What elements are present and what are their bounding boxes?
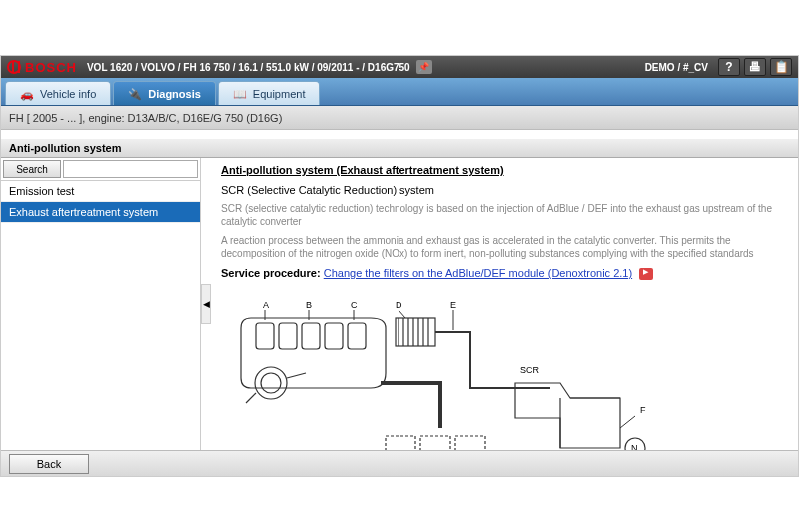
svg-text:B: B bbox=[306, 300, 312, 310]
svg-rect-17 bbox=[455, 436, 485, 450]
svg-text:N: N bbox=[631, 443, 638, 450]
svg-rect-4 bbox=[348, 323, 366, 349]
service-link[interactable]: Change the filters on the AdBlue/DEF mod… bbox=[324, 267, 632, 279]
scr-diagram: A B C D E F SCR DOC DPF SCR N bbox=[221, 288, 784, 450]
service-procedure: Service procedure: Change the filters on… bbox=[221, 267, 784, 280]
svg-line-35 bbox=[399, 310, 405, 318]
content-paragraph: SCR (selective catalytic reduction) tech… bbox=[221, 202, 784, 228]
svg-text:E: E bbox=[450, 300, 456, 310]
svg-rect-15 bbox=[386, 436, 415, 450]
tab-bar: 🚗Vehicle info 🔌Diagnosis 📖Equipment bbox=[1, 78, 798, 106]
sidebar: Search Emission test Exhaust aftertreatm… bbox=[1, 158, 201, 450]
diagnosis-icon: 🔌 bbox=[128, 88, 142, 100]
svg-text:C: C bbox=[351, 300, 358, 310]
svg-text:D: D bbox=[396, 300, 402, 310]
tab-vehicle-info[interactable]: 🚗Vehicle info bbox=[5, 81, 111, 105]
play-icon[interactable] bbox=[639, 268, 653, 280]
collapse-handle[interactable]: ◀ bbox=[201, 284, 211, 324]
content-title: Anti-pollution system (Exhaust aftertrea… bbox=[221, 164, 784, 176]
footer-bar: Back bbox=[1, 450, 798, 476]
service-label: Service procedure: bbox=[221, 267, 321, 279]
breadcrumb: VOL 1620 / VOLVO / FH 16 750 / 16.1 / 55… bbox=[87, 62, 410, 73]
svg-rect-1 bbox=[279, 323, 297, 349]
book-icon: 📖 bbox=[233, 88, 247, 100]
svg-point-5 bbox=[255, 367, 287, 399]
svg-text:F: F bbox=[640, 405, 646, 415]
pin-icon[interactable]: 📌 bbox=[416, 60, 432, 74]
content-pane: ◀ Anti-pollution system (Exhaust aftertr… bbox=[201, 158, 798, 450]
tab-label: Diagnosis bbox=[148, 88, 201, 100]
svg-rect-0 bbox=[256, 323, 274, 349]
section-title: Anti-pollution system bbox=[1, 138, 798, 158]
svg-rect-16 bbox=[420, 436, 450, 450]
content-subtitle: SCR (Selective Catalytic Reduction) syst… bbox=[221, 184, 784, 196]
svg-point-6 bbox=[261, 373, 281, 393]
svg-rect-7 bbox=[396, 318, 435, 346]
content-paragraph: A reaction process between the ammonia a… bbox=[221, 234, 784, 260]
svg-line-37 bbox=[620, 416, 635, 428]
search-input[interactable] bbox=[63, 160, 198, 178]
brand-text: BOSCH bbox=[25, 60, 77, 75]
tab-diagnosis[interactable]: 🔌Diagnosis bbox=[113, 81, 216, 105]
clipboard-button[interactable]: 📋 bbox=[770, 58, 792, 76]
tab-equipment[interactable]: 📖Equipment bbox=[218, 81, 321, 105]
search-button[interactable]: Search bbox=[3, 160, 61, 178]
print-button[interactable]: 🖶 bbox=[744, 58, 766, 76]
svg-rect-2 bbox=[302, 323, 320, 349]
svg-rect-3 bbox=[325, 323, 343, 349]
svg-text:SCR: SCR bbox=[520, 365, 540, 375]
logo-icon bbox=[7, 60, 21, 74]
vehicle-subheader: FH [ 2005 - ... ], engine: D13A/B/C, D16… bbox=[1, 106, 798, 130]
bosch-logo: BOSCH bbox=[7, 60, 77, 75]
sidebar-item-emission[interactable]: Emission test bbox=[1, 181, 200, 202]
svg-text:A: A bbox=[263, 300, 269, 310]
sidebar-item-exhaust[interactable]: Exhaust aftertreatment system bbox=[1, 202, 200, 223]
tab-label: Equipment bbox=[253, 88, 306, 100]
help-button[interactable]: ? bbox=[718, 58, 740, 76]
tab-label: Vehicle info bbox=[40, 88, 96, 100]
car-icon: 🚗 bbox=[20, 88, 34, 100]
title-bar: BOSCH VOL 1620 / VOLVO / FH 16 750 / 16.… bbox=[1, 56, 798, 78]
user-context: DEMO / #_CV bbox=[645, 62, 708, 73]
back-button[interactable]: Back bbox=[9, 454, 89, 474]
